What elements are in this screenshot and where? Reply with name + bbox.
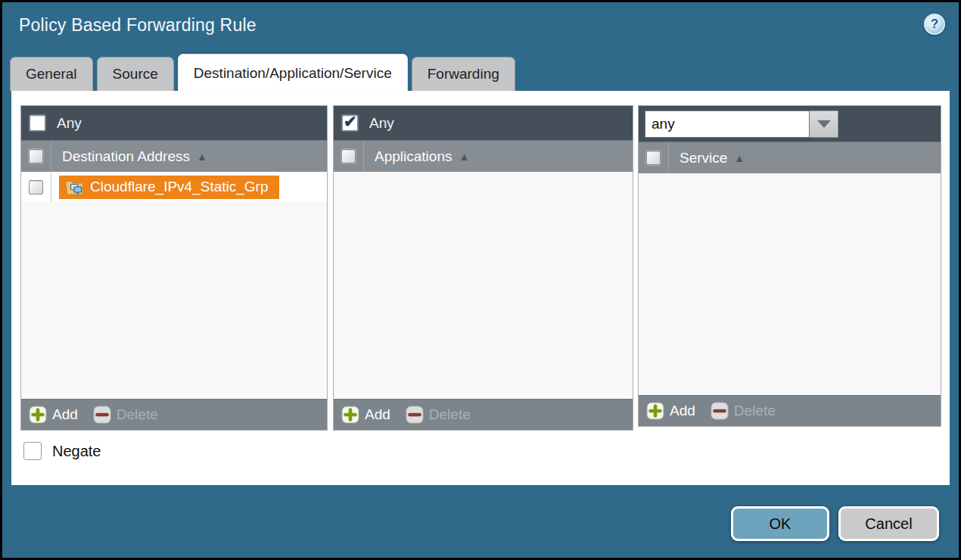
destination-list: Cloudflare_IPv4_Static_Grp: [21, 172, 327, 399]
applications-add-button[interactable]: Add: [341, 406, 390, 424]
sort-ascending-icon[interactable]: ▲: [197, 151, 207, 163]
service-column: any Service ▲: [638, 105, 941, 427]
destination-footer-bar: Add Delete: [21, 399, 327, 430]
add-icon: [341, 406, 359, 424]
destination-column-header[interactable]: Destination Address ▲: [21, 140, 327, 172]
applications-any-checkbox[interactable]: [342, 115, 358, 131]
service-add-button[interactable]: Add: [646, 402, 695, 420]
destination-address-column: Any Destination Address ▲: [20, 105, 328, 431]
delete-label: Delete: [117, 406, 158, 423]
table-row[interactable]: Cloudflare_IPv4_Static_Grp: [21, 172, 327, 202]
destination-header-label: Destination Address: [62, 148, 190, 165]
dialog-title: Policy Based Forwarding Rule: [19, 15, 257, 36]
destination-any-bar: Any: [21, 106, 327, 140]
negate-label: Negate: [52, 443, 101, 460]
service-select-all-gutter: [639, 142, 669, 173]
applications-column: Any Applications ▲ Add: [333, 105, 633, 431]
service-type-value[interactable]: any: [645, 110, 810, 138]
service-list: [639, 173, 941, 395]
add-icon: [29, 406, 47, 424]
applications-footer-bar: Add Delete: [334, 399, 633, 430]
destination-select-all-checkbox[interactable]: [29, 149, 43, 163]
applications-select-all-checkbox[interactable]: [341, 149, 356, 163]
row-checkbox[interactable]: [29, 180, 43, 194]
add-label: Add: [670, 403, 695, 419]
destination-any-label: Any: [57, 115, 82, 132]
applications-column-header[interactable]: Applications ▲: [334, 140, 633, 172]
tab-bar: General Source Destination/Application/S…: [10, 54, 515, 91]
tab-forwarding[interactable]: Forwarding: [412, 57, 515, 91]
add-label: Add: [52, 406, 78, 423]
service-footer-bar: Add Delete: [639, 395, 941, 426]
applications-delete-button[interactable]: Delete: [406, 406, 471, 424]
policy-forwarding-dialog: Policy Based Forwarding Rule ? General S…: [0, 0, 961, 560]
tab-source[interactable]: Source: [97, 57, 174, 91]
delete-label: Delete: [734, 403, 776, 419]
service-dropdown-bar: any: [639, 106, 941, 142]
applications-select-all-gutter: [334, 141, 364, 172]
delete-icon: [711, 402, 729, 420]
delete-icon: [93, 406, 111, 424]
address-group-icon: [64, 178, 84, 196]
destination-any-checkbox[interactable]: [30, 115, 45, 131]
help-icon[interactable]: ?: [924, 14, 945, 35]
negate-option: Negate: [23, 442, 101, 460]
service-type-dropdown[interactable]: any: [645, 110, 838, 138]
applications-list: [334, 172, 633, 399]
negate-checkbox[interactable]: [23, 442, 42, 460]
applications-any-bar: Any: [334, 106, 633, 140]
service-delete-button[interactable]: Delete: [711, 402, 776, 420]
sort-ascending-icon[interactable]: ▲: [734, 152, 745, 164]
tab-destination-application-service[interactable]: Destination/Application/Service: [178, 54, 408, 91]
row-checkbox-gutter: [21, 172, 51, 202]
delete-label: Delete: [429, 406, 471, 423]
destination-delete-button[interactable]: Delete: [93, 406, 158, 424]
destination-select-all-gutter: [21, 141, 51, 172]
tab-general[interactable]: General: [10, 57, 93, 91]
add-icon: [646, 402, 664, 420]
applications-header-label: Applications: [375, 148, 452, 165]
delete-icon: [406, 406, 424, 424]
tab-content-panel: Any Destination Address ▲: [11, 91, 950, 485]
cancel-button[interactable]: Cancel: [838, 506, 939, 541]
destination-add-button[interactable]: Add: [29, 406, 78, 424]
service-select-all-checkbox[interactable]: [646, 151, 661, 165]
chevron-down-icon: [817, 120, 831, 128]
address-group-name: Cloudflare_IPv4_Static_Grp: [90, 179, 269, 195]
applications-any-label: Any: [369, 115, 394, 132]
selected-address-group[interactable]: Cloudflare_IPv4_Static_Grp: [59, 176, 279, 199]
add-label: Add: [365, 406, 390, 423]
service-type-dropdown-button[interactable]: [810, 110, 838, 138]
service-column-header[interactable]: Service ▲: [639, 142, 941, 173]
ok-button[interactable]: OK: [731, 506, 829, 541]
service-header-label: Service: [680, 150, 727, 166]
sort-ascending-icon[interactable]: ▲: [459, 151, 469, 163]
